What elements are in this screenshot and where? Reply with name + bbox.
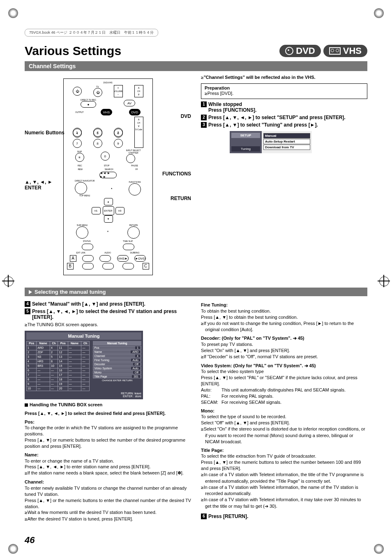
table-row: 7——17—— [27, 373, 90, 377]
tuning-appears: ≥The TUNING BOX screen appears. [25, 322, 191, 328]
tape-icon [329, 47, 341, 55]
title-head: Title Page: [201, 447, 367, 454]
page-title: Various Settings [25, 44, 121, 58]
video-p1: To select the video system type [201, 368, 367, 375]
num-5-button: 5 [93, 129, 102, 138]
registration-mark-icon [378, 275, 390, 287]
remote-lbl-ff: FF [135, 168, 138, 170]
fine-b1: ≥If you do not want to change the tuning… [201, 320, 367, 333]
playbar-button-icon: ◄◄ ► ►► [99, 172, 117, 178]
step-num-4: 4 [25, 301, 30, 307]
vhs-badge-label: VHS [343, 46, 362, 56]
callout-arrows-enter: ▲, ▼, ◄, ► ENTER [25, 179, 53, 191]
decoder-head: Decoder: (Only for "PAL" on "TV System".… [201, 335, 367, 341]
num-7-button: 7 [73, 139, 82, 148]
setup-panel-title: SETUP [231, 133, 260, 138]
skip-button-icon: ✳ [75, 153, 84, 162]
title-b3: ≥In case of a TV station with Teletext i… [201, 497, 367, 509]
page-number: 46 [25, 535, 367, 546]
section-channel-settings: Channel Settings [25, 61, 367, 71]
tv-power-icon: ⏻ [93, 88, 102, 97]
letter-b: B [67, 263, 74, 269]
th-name: Name [37, 341, 50, 345]
dpad-icon: ▲ ▼ H1 H3 ENTER [92, 198, 125, 223]
title-p1: To select the title extraction from TV g… [201, 453, 367, 459]
remote-lbl-rew: REW [78, 168, 83, 170]
step-3: 3 Press [▲, ▼] to select "Tuning" and pr… [201, 122, 367, 128]
letter-a: A [70, 255, 76, 262]
h3-button: H3 [115, 207, 125, 214]
remote-lbl-volume: VOLUME [114, 90, 122, 92]
remote-lbl-directrec: DIRECT TV REC [81, 99, 96, 101]
table-row: 10——20—— [27, 386, 90, 391]
vhs-badge: VHS [323, 45, 367, 57]
dub-dvd-button: ►DVD [134, 255, 146, 262]
remote-lbl-rec: REC [78, 164, 82, 167]
remote-lbl-topmenu: TOP MENU [75, 194, 95, 197]
remote-lbl-stop: STOP [104, 164, 110, 167]
input-button-icon [126, 154, 135, 163]
setup-opt-download: Download from TV [263, 145, 310, 150]
remote-lbl-scode: S-Code [135, 128, 142, 131]
th-name2: Name [68, 341, 81, 345]
mono-b1: ≥Select "On" if the stereo sound is dist… [201, 426, 367, 445]
step-num-6: 6 [201, 514, 207, 519]
video-head: Video System: (Only for "PAL" on "TV Sys… [201, 363, 367, 369]
functions-button-icon [129, 183, 141, 196]
table-row: 5BR31015—— [27, 364, 90, 368]
callout-dvd: DVD [181, 113, 191, 119]
kv-row: Fine TuningAuto [93, 358, 141, 362]
name-b1: ≥If the station name needs a blank space… [25, 470, 191, 477]
mono-p2: Select "Off" with [▲, ▼] and press [ENTE… [201, 420, 367, 426]
step-num-1: 1 [201, 101, 207, 107]
letter-c: C [143, 263, 149, 269]
triangle-icon [29, 290, 32, 294]
step-2: 2 Press [▲, ▼, ◄, ►] to select "SETUP" a… [201, 115, 367, 120]
step-1: 1 While stoppedPress [FUNCTIONS]. [201, 101, 367, 113]
crop-mark-icon [374, 544, 384, 554]
callout-functions: FUNCTIONS [162, 171, 191, 177]
side-change: CHANGE [102, 379, 113, 382]
table-row: 2ZDF212—— [27, 350, 90, 355]
table-row: 6——16—— [27, 368, 90, 373]
kv-row: NameARD [93, 350, 141, 354]
decoder-p1: To preset pay TV stations. [201, 341, 367, 348]
remote-lbl-chapter: CHAPTER [126, 152, 141, 154]
table-row: 3N3513—— [27, 355, 90, 359]
foot-return: RETURN: leave [26, 392, 141, 395]
remote-lbl-search: SEARCH [105, 168, 113, 170]
output-vhs-button: VHS [101, 109, 112, 115]
pos-head: Pos: [25, 419, 191, 425]
volume-rocker-icon: ＋ VOLUME － [114, 85, 123, 97]
note-reflected: ≥"Channel Settings" will be reflected al… [201, 74, 367, 81]
th-ch: Ch [50, 341, 58, 345]
directrec-button-icon: ● [81, 101, 96, 108]
handling-intro: Press [▲, ▼, ◄, ►] to select the desired… [25, 410, 191, 417]
remote-lbl-tv: TV [93, 85, 102, 88]
manual-tuning-title: Manual Tuning [26, 332, 141, 340]
th-pos2: Pos [58, 341, 68, 345]
table-row: 4HR3814—— [27, 359, 90, 364]
num-8-button: 8 [93, 139, 102, 148]
video-pal: PAL:For receiving PAL signals. [201, 393, 367, 399]
h1-button: H1 [92, 207, 101, 214]
setup-panel: SETUP Tuning Manual Auto-Setup Restart D… [230, 131, 312, 153]
setup-panel-tab-tuning: Tuning [231, 146, 260, 152]
foot-enter: ENTER : store [26, 395, 141, 398]
kv-row: Video SystemAuto [93, 366, 141, 370]
num-0-button: 0 [101, 152, 110, 161]
remote-lbl-pause: PAUSE [131, 164, 138, 167]
setup-opt-autosetup: Auto-Setup Restart [263, 139, 310, 144]
registration-mark-icon [2, 275, 14, 287]
extlink-button-icon [82, 255, 94, 262]
step-num-2: 2 [201, 115, 207, 120]
kv-row: DecoderOff [93, 362, 141, 366]
mono-head: Mono: [201, 408, 367, 414]
num-9-button: 9 [114, 139, 123, 148]
pos-p1: To change the order in which the TV stat… [25, 425, 191, 437]
crop-mark-icon [8, 544, 18, 554]
remote-lbl-dubbing: DUBBING [130, 251, 140, 254]
side-enter: ENTER [113, 379, 121, 382]
channel-head: Channel: [25, 479, 191, 485]
channel-p1: To enter newly available TV stations or … [25, 485, 191, 497]
